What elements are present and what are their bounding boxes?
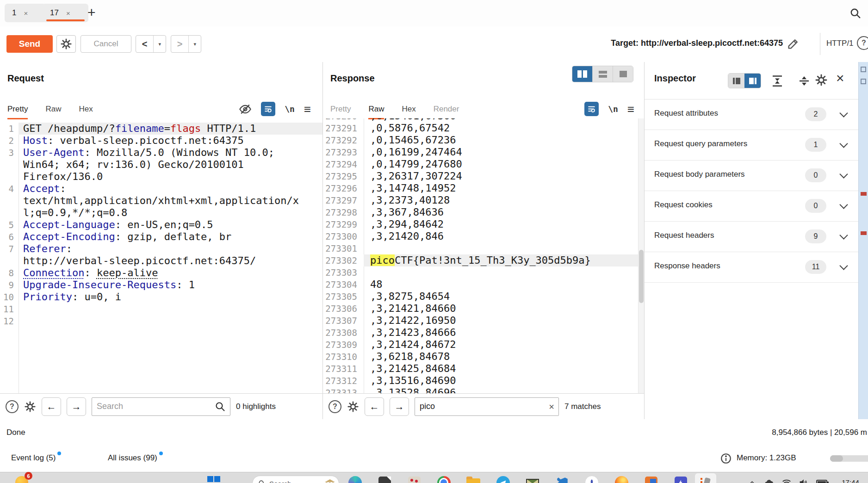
http-version-help-icon[interactable]: ? [857,36,868,50]
inspector-section-request-cookies[interactable]: Request cookies0 [645,191,858,222]
gear-icon [60,38,72,50]
tab-close-icon[interactable]: × [24,9,28,17]
tab-render[interactable]: Render [434,105,459,119]
next-match-button[interactable]: → [67,397,86,416]
back-dropdown-icon[interactable]: ▾ [153,36,166,52]
help-icon[interactable]: ? [329,400,341,413]
section-count-badge: 2 [805,107,826,121]
hide-eye-icon[interactable] [239,103,252,116]
layout-rows-button[interactable] [592,66,613,82]
inspector-section-request-body-parameters[interactable]: Request body parameters0 [645,160,858,191]
prev-match-button[interactable]: ← [42,397,61,416]
file-explorer-icon[interactable] [465,475,481,483]
new-tab-button[interactable]: + [87,6,96,19]
taskbar-search-box[interactable]: Search [252,476,339,483]
editor-menu-icon[interactable]: ≡ [627,105,634,114]
rocket-app-icon[interactable] [584,475,600,483]
widgets-weather-icon[interactable]: 6 [14,475,30,483]
response-search-input[interactable] [415,397,559,416]
request-search-input[interactable] [92,397,230,416]
newline-toggle[interactable]: \n [285,104,295,114]
tab-close-icon[interactable]: × [66,9,70,17]
tab-raw[interactable]: Raw [45,105,61,119]
editor-menu-icon[interactable]: ≡ [304,105,311,114]
chevron-down-icon[interactable] [839,261,848,270]
code-line: 273302picoCTF{Pat!3nt_15_Th3_K3y_305d5b9… [323,254,639,266]
inspector-settings-icon[interactable] [815,74,828,87]
vscode-icon[interactable] [554,475,570,483]
office-app-icon[interactable] [643,475,659,483]
scrollbar-thumb[interactable] [639,250,644,303]
mail-icon[interactable] [525,475,540,483]
chevron-down-icon[interactable] [839,200,848,209]
telegram-icon[interactable] [495,475,511,483]
all-issues-button[interactable]: All issues (99) [108,453,157,463]
dock-icon[interactable] [861,67,866,72]
search-settings-icon[interactable] [347,401,359,413]
history-forward-button[interactable]: > ▾ [171,35,201,53]
chevron-down-icon[interactable] [839,231,848,239]
inspector-close-icon[interactable]: × [836,72,844,84]
dock-right-button[interactable] [744,74,761,88]
chrome-icon[interactable] [436,475,452,483]
inspector-section-request-headers[interactable]: Request headers9 [645,221,858,252]
history-back-button[interactable]: < ▾ [136,35,166,53]
dock-left-button[interactable] [728,74,744,88]
app-icon[interactable] [406,475,422,483]
dock-icon[interactable] [861,79,866,84]
notepad-icon[interactable] [377,475,392,483]
lightning-app-icon[interactable] [673,475,688,483]
event-log-button[interactable]: Event log (5) [11,453,56,463]
response-scrollbar[interactable] [638,118,644,393]
search-icon[interactable] [215,401,226,412]
collapse-all-icon[interactable] [797,74,811,88]
word-wrap-toggle[interactable] [261,102,275,116]
wifi-icon[interactable] [780,475,793,483]
volume-icon[interactable] [797,475,810,483]
inspector-section-request-query-parameters[interactable]: Request query parameters1 [645,130,858,161]
code-line: 1GET /heapdump/?filename=flags HTTP/1.1 [0,123,322,135]
start-button[interactable] [206,475,222,483]
next-match-button[interactable]: → [390,397,409,416]
firefox-icon[interactable] [614,475,629,483]
tab-pretty[interactable]: Pretty [330,105,351,119]
layout-columns-button[interactable] [572,66,592,82]
tab-hex[interactable]: Hex [79,105,93,119]
taskbar-clock[interactable]: 17:44 [836,474,865,483]
word-wrap-toggle[interactable] [584,102,599,116]
inspector-section-request-attributes[interactable]: Request attributes2 [645,99,858,130]
burp-suite-icon-active[interactable] [695,473,716,483]
repeater-tab-1[interactable]: 1 × [5,4,46,22]
chevron-down-icon[interactable] [839,139,848,148]
response-viewer[interactable]: 273290,0,15461,67366273291,0,5876,675422… [323,118,639,393]
inspector-dock-toggle [728,73,761,88]
help-icon[interactable]: ? [6,400,19,413]
tray-expand-icon[interactable] [746,475,758,483]
send-button[interactable]: Send [6,35,53,53]
search-settings-icon[interactable] [24,401,36,413]
request-editor[interactable]: 1GET /heapdump/?filename=flags HTTP/1.12… [0,123,322,393]
code-line: 273298,3,367,84636 [323,206,639,218]
forward-dropdown-icon[interactable]: ▾ [188,36,201,52]
search-icon[interactable] [849,7,862,19]
tab-pretty[interactable]: Pretty [7,105,28,119]
clear-search-icon[interactable]: × [549,401,554,412]
tab-hex[interactable]: Hex [402,105,415,119]
prev-match-button[interactable]: ← [365,397,384,416]
copilot-icon[interactable] [347,475,363,483]
edit-target-icon[interactable] [787,37,800,50]
newline-toggle[interactable]: \n [608,104,618,114]
match-count: 7 matches [564,402,601,411]
section-label: Response headers [654,261,720,271]
battery-icon[interactable] [814,475,829,483]
send-settings-button[interactable] [56,35,76,53]
expand-all-icon[interactable] [770,74,784,88]
repeater-tab-17[interactable]: 17 × [43,4,88,22]
layout-single-button[interactable] [613,66,633,82]
cancel-button[interactable]: Cancel [81,35,131,53]
onedrive-icon[interactable] [763,475,775,483]
inspector-section-response-headers[interactable]: Response headers11 [645,252,858,283]
chevron-down-icon[interactable] [839,170,848,178]
chevron-down-icon[interactable] [839,109,848,117]
tab-raw[interactable]: Raw [368,105,384,119]
